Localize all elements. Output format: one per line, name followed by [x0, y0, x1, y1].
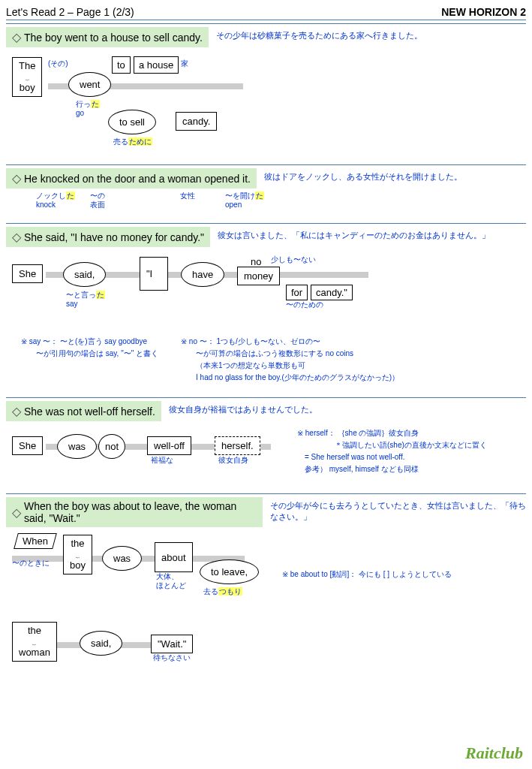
w: The	[19, 60, 35, 71]
w: said,	[63, 262, 106, 287]
sentence-1: ◇The boy went to a house to sell candy. …	[6, 23, 526, 151]
s1-jp: その少年は砂糖菓子を売るためにある家へ行きました。	[216, 27, 422, 41]
ann: knock	[36, 201, 56, 209]
ann: 〜の	[90, 191, 105, 200]
w: not	[98, 434, 125, 459]
s2-jp: 彼はドアをノックし、ある女性がそれを開けました。	[264, 168, 462, 182]
w: the	[28, 625, 41, 636]
w: went	[68, 72, 111, 97]
ann: ほとんど	[156, 581, 186, 590]
ann: 〜を開けた	[225, 191, 264, 200]
sentence-2: ◇He knocked on the door and a woman open…	[6, 164, 526, 210]
w: have	[181, 262, 224, 287]
diamond-icon: ◇	[12, 404, 21, 418]
w: a house	[134, 56, 179, 74]
ann: 〜のための	[286, 300, 323, 309]
diamond-icon: ◇	[12, 230, 21, 244]
s5-en: When the boy was about to leave, the wom…	[24, 500, 257, 524]
s4-jp: 彼女自身が裕福ではありませんでした。	[169, 401, 317, 415]
ann: 〜と言った	[66, 291, 105, 299]
w: money	[237, 267, 280, 285]
w: She	[12, 436, 43, 455]
w: well-off	[147, 436, 191, 455]
sentence-3: ◇She said, "I have no money for candy." …	[6, 223, 526, 384]
ann: open	[225, 201, 242, 209]
w: She	[12, 264, 43, 283]
w: to leave,	[200, 559, 259, 584]
w: "I	[140, 257, 168, 291]
s4-en: She was not well-off herself.	[24, 406, 155, 418]
ann: 売るために	[113, 137, 152, 146]
w: for	[286, 285, 308, 300]
w: "Wait."	[151, 635, 193, 653]
note: ※ herself： ｛she の強調｝彼女自身 ＊強調したい語(she)の直後…	[297, 427, 487, 480]
note: ※ no 〜： 1つも/少しも〜ない、ゼロの〜 〜が可算の場合はふつう複数形にす…	[181, 336, 399, 384]
header: Let's Read 2 – Page 1 (2/3) NEW HORIZON …	[6, 6, 526, 20]
note: ※ say 〜： 〜と(を)言う say goodbye 〜が引用句の場合は s…	[21, 336, 158, 384]
s3-en: She said, "I have no money for candy."	[24, 231, 204, 243]
sentence-4: ◇She was not well-off herself. 彼女自身が裕福では…	[6, 397, 526, 480]
w: to	[112, 56, 131, 74]
w: boy	[20, 82, 35, 93]
w: woman	[19, 647, 50, 658]
ann: 表面	[90, 201, 105, 209]
w: boy	[70, 559, 86, 571]
header-left: Let's Read 2 – Page 1 (2/3)	[6, 6, 134, 18]
w: to sell	[108, 110, 156, 134]
ann: 家	[181, 59, 188, 68]
w: said,	[80, 631, 122, 656]
ann: ノックした	[36, 191, 75, 200]
w: herself.	[215, 436, 260, 455]
ann: 行った	[76, 100, 100, 108]
ann: 待ちなさい	[153, 653, 191, 662]
ann: 彼女自身	[218, 456, 248, 465]
ann: 〜のときに	[12, 559, 50, 568]
note: ※ be about to [動詞]： 今にも [ ] しようとしている	[282, 568, 452, 691]
ann: 少しも〜ない	[271, 255, 316, 264]
ann: 裕福な	[151, 456, 173, 465]
w: about	[155, 542, 193, 572]
ann: (その)	[48, 59, 68, 68]
w: was	[102, 546, 142, 571]
sentence-5: ◇When the boy was about to leave, the wo…	[6, 493, 526, 691]
w: candy."	[311, 285, 353, 300]
diamond-icon: ◇	[12, 171, 21, 185]
w: was	[57, 434, 97, 459]
s2-en: He knocked on the door and a woman opene…	[24, 173, 251, 185]
w: the	[71, 538, 84, 549]
s3-jp: 彼女は言いました、「私にはキャンディーのためのお金はありません。」	[218, 227, 490, 241]
header-right: NEW HORIZON 2	[441, 6, 526, 18]
w: When	[23, 535, 48, 547]
ann: 大体、	[156, 572, 179, 581]
ann: say	[66, 300, 78, 308]
w: candy.	[176, 112, 217, 131]
diamond-icon: ◇	[12, 505, 21, 520]
s5-jp: その少年が今にも去ろうとしていたとき、女性は言いました、「待ちなさい。」	[270, 497, 526, 523]
diamond-icon: ◇	[12, 30, 21, 44]
ann: 去るつもり	[203, 587, 242, 596]
ann: go	[76, 109, 84, 117]
s1-en: The boy went to a house to sell candy.	[24, 32, 203, 44]
ann: 女性	[180, 191, 195, 200]
